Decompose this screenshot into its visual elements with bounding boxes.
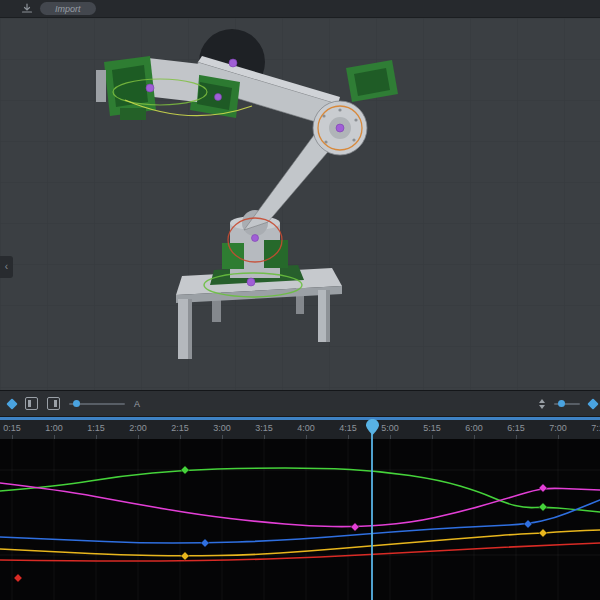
time-label: 5:00 xyxy=(381,423,399,433)
time-label: 2:00 xyxy=(129,423,147,433)
keyframe-diamond[interactable] xyxy=(539,503,547,511)
keyframe-diamond[interactable] xyxy=(524,520,532,528)
time-label: 0:15 xyxy=(3,423,21,433)
time-label: 5:15 xyxy=(423,423,441,433)
3d-viewport[interactable]: ‹ xyxy=(0,18,600,390)
curve-editor[interactable] xyxy=(0,439,600,600)
timeline-scrollbar[interactable] xyxy=(0,417,600,420)
auto-key-label: A xyxy=(134,399,140,409)
prev-keyframe-button[interactable] xyxy=(25,397,38,410)
timeline-scale-slider[interactable] xyxy=(69,397,125,410)
curve-blue[interactable] xyxy=(0,500,600,543)
keyframe-icon[interactable] xyxy=(587,398,598,409)
time-label: 6:00 xyxy=(465,423,483,433)
time-label: 3:15 xyxy=(255,423,273,433)
time-label: 1:00 xyxy=(45,423,63,433)
time-label: 7:15 xyxy=(591,423,600,433)
robot-animation-app: Import xyxy=(0,0,600,600)
slider-handle[interactable] xyxy=(73,400,80,407)
playhead[interactable] xyxy=(366,419,379,435)
import-button[interactable]: Import xyxy=(40,2,96,15)
keyframe-diamond[interactable] xyxy=(539,484,547,492)
curve-zoom-slider[interactable] xyxy=(554,397,580,410)
value-stepper-icon[interactable] xyxy=(539,399,545,409)
keyframe-diamond[interactable] xyxy=(181,466,189,474)
add-keyframe-icon[interactable] xyxy=(6,398,17,409)
top-toolbar: Import xyxy=(0,0,600,18)
import-button-label: Import xyxy=(55,4,81,14)
time-label: 3:00 xyxy=(213,423,231,433)
keyframe-diamond[interactable] xyxy=(351,523,359,531)
download-tray-icon[interactable] xyxy=(20,2,33,15)
keyframe-diamond[interactable] xyxy=(539,529,547,537)
keyframe-diamond[interactable] xyxy=(14,574,22,582)
panel-collapse-handle[interactable]: ‹ xyxy=(0,256,13,278)
time-label: 2:15 xyxy=(171,423,189,433)
keyframe-diamond[interactable] xyxy=(181,552,189,560)
time-label: 4:00 xyxy=(297,423,315,433)
curve-green[interactable] xyxy=(0,468,600,512)
time-label: 7:00 xyxy=(549,423,567,433)
time-ruler[interactable]: 0:151:001:152:002:153:003:154:004:155:00… xyxy=(0,417,600,439)
time-label: 4:15 xyxy=(339,423,357,433)
slider-handle[interactable] xyxy=(558,400,565,407)
ground-grid xyxy=(0,18,600,390)
time-label: 1:15 xyxy=(87,423,105,433)
curve-yellow[interactable] xyxy=(0,530,600,556)
next-keyframe-button[interactable] xyxy=(47,397,60,410)
3d-viewport-canvas xyxy=(0,18,600,390)
time-label: 6:15 xyxy=(507,423,525,433)
timeline-toolbar: A xyxy=(0,390,600,417)
keyframe-diamond[interactable] xyxy=(201,539,209,547)
